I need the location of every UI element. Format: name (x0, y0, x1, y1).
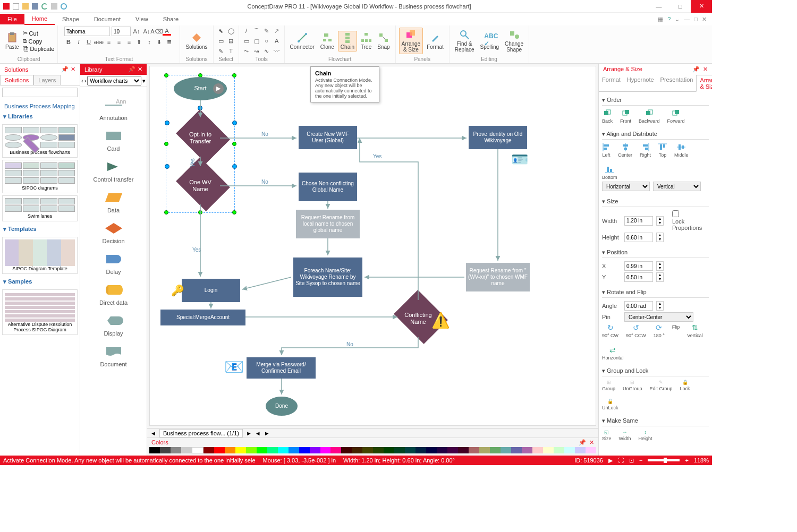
smart-tool-icon[interactable]: ↝ (252, 47, 261, 55)
node-create[interactable]: Create New WMF User (Global) (299, 126, 357, 149)
close-panel-icon[interactable]: ✕ (71, 66, 75, 73)
font-color-icon[interactable]: A (163, 27, 171, 36)
pin-icon[interactable]: 📌 (61, 66, 69, 73)
align-center[interactable]: Center (618, 143, 632, 158)
chain-button[interactable]: Chain (338, 31, 357, 52)
align-top[interactable]: Top (658, 143, 667, 158)
node-merge[interactable]: Merge via Password/ Confirmed Email (247, 357, 316, 379)
same-height[interactable]: ↕Height (639, 430, 652, 441)
tab-layers[interactable]: Layers (33, 75, 61, 85)
size-select[interactable] (112, 27, 131, 36)
order-back[interactable]: Back (602, 109, 613, 124)
rect-tool-icon[interactable]: ▭ (242, 37, 251, 45)
format-button[interactable]: Format (425, 31, 446, 51)
collapse-ribbon-icon[interactable]: ⌄ (675, 16, 680, 23)
rrect-tool-icon[interactable]: ▢ (252, 37, 261, 45)
align-center-icon[interactable]: ≡ (115, 38, 123, 46)
addin-icon[interactable]: ▦ (658, 16, 663, 23)
color-swatches[interactable] (147, 447, 598, 454)
shape-direct-data[interactable]: Direct data (83, 282, 143, 306)
align-right-icon[interactable]: ≡ (125, 38, 133, 46)
zoom-in-icon[interactable]: + (685, 457, 688, 464)
sec-group[interactable]: ▾ Group and Lock (602, 366, 709, 376)
find-replace-button[interactable]: Find & Replace (453, 28, 477, 54)
valign-mid-icon[interactable]: ↕ (145, 38, 154, 46)
node-chose[interactable]: Chose Non-conflicting Global Name (299, 173, 357, 201)
solutions-search[interactable] (2, 88, 78, 97)
text-icon[interactable]: T (227, 47, 235, 55)
status-zoom[interactable]: 118% (694, 457, 709, 464)
arrow-tool-icon[interactable]: ↗ (273, 27, 281, 35)
valign-bot-icon[interactable]: ⬇ (155, 38, 164, 46)
fullscreen-icon[interactable]: ⛶ (618, 457, 624, 464)
rotate-180[interactable]: ⟳180 ° (654, 323, 665, 338)
tab-arrange-size[interactable]: Arrange & Size (696, 75, 712, 92)
shape-annotation[interactable]: AnnotationAnnotation (83, 98, 143, 121)
pen-tool-icon[interactable]: ✎ (262, 27, 271, 35)
pin-icon[interactable]: 📌 (128, 66, 135, 73)
paste-button[interactable]: Paste (3, 31, 21, 51)
lib-thumb-bpf[interactable]: Business process flowcharts (2, 124, 78, 158)
tree-bpm[interactable]: Business Process Mapping (2, 101, 78, 111)
close-icon[interactable]: ✕ (703, 66, 708, 73)
tab-shape[interactable]: Shape (55, 14, 87, 24)
width-spinner[interactable]: ▲▼ (656, 216, 664, 226)
y-input[interactable] (624, 272, 653, 282)
dist-vert[interactable]: Vertical (653, 182, 701, 191)
select-all-icon[interactable]: ▭ (217, 37, 225, 45)
rotate-ccw[interactable]: ↺90° CCW (626, 323, 646, 338)
mdi-min-icon[interactable]: — (684, 16, 690, 23)
arc-tool-icon[interactable]: ⌒ (252, 27, 261, 35)
handle[interactable] (232, 164, 237, 169)
print-icon[interactable] (51, 3, 57, 10)
zoom-slider[interactable] (648, 459, 680, 461)
preview-icon[interactable] (61, 3, 67, 10)
font-select[interactable] (64, 27, 110, 36)
node-prove[interactable]: Prove identity on Old Wikivoyage (469, 126, 527, 149)
x-spinner[interactable]: ▲▼ (656, 261, 664, 271)
text-tool-icon[interactable]: A (273, 37, 281, 45)
pin-icon[interactable]: 📌 (579, 439, 586, 446)
close-icon[interactable]: ✕ (589, 439, 594, 446)
clear-format-icon[interactable]: A⌫ (152, 27, 161, 36)
angle-input[interactable] (624, 301, 653, 311)
x-input[interactable] (624, 261, 653, 271)
sample-thumb[interactable]: Alternative Dispute Resolution Process S… (2, 289, 78, 335)
line-spacing-icon[interactable]: ≣ (165, 38, 174, 46)
tab-scroll-icon[interactable]: ◄ (255, 430, 261, 436)
conn-tool-icon[interactable]: ⤳ (242, 47, 251, 55)
maximize-button[interactable]: □ (669, 0, 691, 13)
shape-document[interactable]: Document (83, 344, 143, 367)
same-width[interactable]: ↔Width (619, 430, 631, 441)
mdi-max-icon[interactable]: □ (694, 16, 698, 23)
node-start[interactable]: Start▶ (174, 77, 227, 100)
library-selector[interactable]: Workflow charts (87, 76, 141, 85)
y-spinner[interactable]: ▲▼ (656, 272, 664, 282)
tree-button[interactable]: Tree (359, 31, 374, 51)
sec-position[interactable]: ▾ Position (602, 247, 709, 258)
lib-prev-icon[interactable]: ‹ (81, 78, 83, 84)
spelling-button[interactable]: ABC✓Spelling (478, 31, 502, 51)
lib-next-icon[interactable]: › (84, 78, 87, 84)
flip-horizontal[interactable]: ⇄Horizontal (602, 346, 624, 361)
shrink-font-icon[interactable]: A↓ (142, 27, 151, 36)
order-front[interactable]: Front (620, 109, 631, 124)
sec-align[interactable]: ▾ Align and Distribute (602, 129, 709, 140)
mdi-close-icon[interactable]: ✕ (702, 16, 707, 23)
note-icon[interactable]: ✎ (217, 47, 225, 55)
shape-decision[interactable]: Decision (83, 221, 143, 244)
tab-file[interactable]: File (0, 14, 24, 24)
shape-delay[interactable]: Delay (83, 252, 143, 275)
change-shape-button[interactable]: Change Shape (503, 28, 525, 54)
node-rename2[interactable]: Request Rename from "(WV-xx)" to chosen … (466, 263, 530, 291)
align-left[interactable]: Left (602, 143, 611, 158)
bold-icon[interactable]: B (64, 38, 73, 46)
tab-document[interactable]: Document (87, 14, 128, 24)
arrange-size-button[interactable]: Arrange & Size (399, 28, 423, 54)
presentation-icon[interactable]: ▶ (608, 457, 613, 464)
unlock-btn[interactable]: 🔓UnLock (602, 399, 618, 410)
handle[interactable] (232, 121, 237, 125)
tab-presentation[interactable]: Presentation (657, 75, 697, 91)
tab-prev-icon[interactable]: ◄ (150, 430, 156, 436)
sec-make-same[interactable]: ▾ Make Same (602, 416, 709, 426)
